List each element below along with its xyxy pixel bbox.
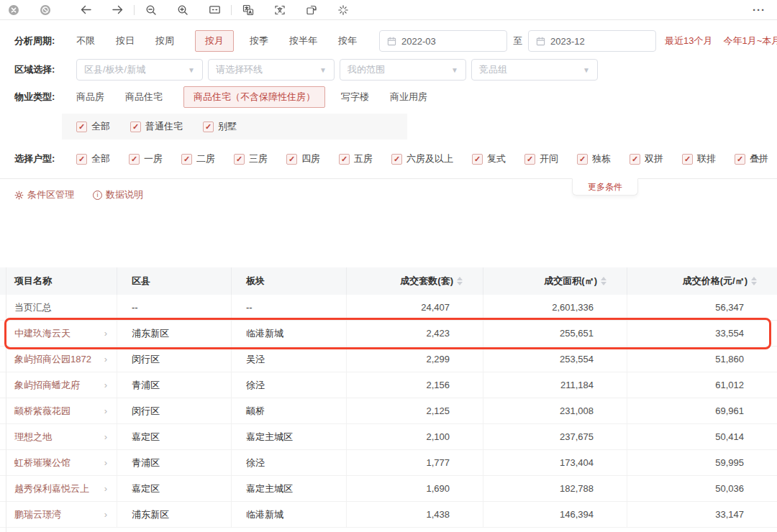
- sort-icon[interactable]: [457, 277, 463, 285]
- unit-checkbox-duplex[interactable]: ✓复式: [472, 152, 506, 165]
- unit-checkbox-3br[interactable]: ✓三房: [234, 152, 268, 165]
- period-option-halfyear[interactable]: 按半年: [289, 35, 317, 47]
- col-header-project-name: 项目名称: [0, 267, 117, 295]
- date-from-input[interactable]: 2022-03: [379, 30, 507, 52]
- area-translate-icon[interactable]: [273, 4, 286, 17]
- chevron-right-icon[interactable]: ›: [104, 483, 107, 494]
- subtype-checkbox-villa[interactable]: ✓ 别墅: [203, 120, 237, 133]
- chevron-right-icon[interactable]: ›: [104, 405, 107, 416]
- project-name-link[interactable]: 象屿招商公园1872: [14, 353, 91, 366]
- checkbox-label: 二房: [196, 152, 215, 165]
- info-icon: i: [93, 191, 102, 200]
- area-cell: 2,601,336: [483, 295, 627, 320]
- rotate-icon[interactable]: [305, 4, 318, 17]
- subtype-checkbox-all[interactable]: ✓ 全部: [76, 120, 110, 133]
- ring-road-dropdown[interactable]: 请选择环线 ▼: [208, 59, 335, 81]
- quick-link-jan-to-now[interactable]: 今年1月~本月: [723, 35, 777, 47]
- chevron-right-icon[interactable]: ›: [104, 509, 107, 520]
- project-name-link[interactable]: 中建玖海云天: [14, 327, 71, 340]
- forward-icon[interactable]: [111, 4, 124, 17]
- project-name-link[interactable]: 虹桥璀璨公馆: [14, 457, 71, 469]
- period-option-weekly[interactable]: 按周: [155, 35, 174, 47]
- chevron-right-icon[interactable]: ›: [104, 380, 107, 390]
- project-name-link[interactable]: 鹏瑞云璟湾: [14, 508, 61, 521]
- filter-panel: 分析周期: 不限 按日 按周 按月 按季 按半年 按年 2022-03 至 20…: [0, 20, 777, 211]
- ptype-option-commercial-housing[interactable]: 商品房: [76, 91, 104, 104]
- period-option-daily[interactable]: 按日: [116, 35, 135, 47]
- units-cell: 2,100: [347, 424, 483, 449]
- condition-area-manage-link[interactable]: 条件区管理: [14, 188, 74, 201]
- unit-checkbox-detached[interactable]: ✓独栋: [577, 152, 611, 165]
- sort-icon[interactable]: [601, 277, 606, 285]
- area-cell: 182,788: [483, 476, 627, 501]
- period-option-unlimited[interactable]: 不限: [76, 35, 95, 47]
- price-cell: 69,961: [627, 398, 777, 423]
- checked-checkbox-icon: ✓: [472, 154, 483, 165]
- chevron-down-icon: ▼: [583, 66, 590, 74]
- project-name-link[interactable]: 理想之地: [14, 431, 52, 444]
- unit-checkbox-6br-plus[interactable]: ✓六房及以上: [391, 152, 453, 165]
- ptype-option-commercial-use[interactable]: 商业用房: [390, 91, 427, 104]
- date-to-input[interactable]: 2023-12: [528, 30, 656, 52]
- project-name-link[interactable]: 颛桥紫薇花园: [14, 405, 71, 418]
- my-scope-dropdown[interactable]: 我的范围 ▼: [340, 59, 466, 81]
- col-header-area-sold[interactable]: 成交面积(㎡): [483, 267, 627, 295]
- chevron-right-icon[interactable]: ›: [104, 457, 107, 468]
- unit-checkbox-1br[interactable]: ✓一房: [129, 152, 163, 165]
- more-conditions-tab[interactable]: 更多条件: [572, 178, 638, 196]
- forbidden-circle-icon[interactable]: [39, 4, 52, 17]
- ptype-option-commercial-residential[interactable]: 商品住宅: [125, 91, 163, 104]
- unit-checkbox-4br[interactable]: ✓四房: [286, 152, 320, 165]
- aspect-ratio-icon[interactable]: [208, 4, 221, 17]
- area-cell: 173,404: [483, 450, 627, 475]
- units-cell: 2,156: [347, 372, 483, 398]
- unit-checkbox-stacked[interactable]: ✓叠拼: [735, 152, 768, 165]
- magic-wand-icon[interactable]: [337, 4, 350, 17]
- table-header-row: 项目名称 区县 板块 成交套数(套) 成交面积(㎡) 成交价格(元/㎡): [0, 267, 777, 295]
- unit-checkbox-2br[interactable]: ✓二房: [181, 152, 215, 165]
- toolbar-zoom-group: [145, 4, 221, 17]
- price-cell: 33,147: [627, 502, 777, 527]
- unit-checkbox-studio[interactable]: ✓开间: [524, 152, 558, 165]
- more-options-icon[interactable]: ···: [753, 4, 770, 16]
- translate-icon[interactable]: [242, 4, 255, 17]
- table-row: 虹桥璀璨公馆 › 青浦区 徐泾 1,777 173,404 59,995: [0, 450, 777, 476]
- col-header-district: 区县: [117, 267, 232, 295]
- zoom-out-icon[interactable]: [145, 4, 158, 17]
- ptype-option-office[interactable]: 写字楼: [341, 91, 369, 104]
- district-board-dropdown[interactable]: 区县/板块/新城 ▼: [76, 59, 203, 81]
- subtype-checkbox-ordinary-residence[interactable]: ✓ 普通住宅: [130, 120, 183, 133]
- unit-checkbox-5br[interactable]: ✓五房: [339, 152, 373, 165]
- app-window: ··· 分析周期: 不限 按日 按周 按月 按季 按半年 按年 2022-03 …: [0, 0, 777, 532]
- competitor-group-dropdown[interactable]: 竞品组 ▼: [471, 59, 598, 81]
- col-header-units-sold[interactable]: 成交套数(套): [347, 267, 483, 295]
- col-header-price[interactable]: 成交价格(元/㎡): [627, 267, 777, 295]
- sort-icon[interactable]: [751, 277, 757, 285]
- quick-link-last-13-months[interactable]: 最近13个月: [665, 35, 712, 47]
- unit-checkbox-townhouse[interactable]: ✓联排: [682, 152, 716, 165]
- data-description-link[interactable]: i 数据说明: [93, 188, 143, 201]
- back-icon[interactable]: [79, 4, 92, 17]
- area-cell: 237,675: [483, 424, 627, 449]
- project-name-link[interactable]: 越秀保利嘉悦云上: [14, 482, 89, 495]
- unit-checkbox-all[interactable]: ✓全部: [76, 152, 110, 165]
- region-filter-row: 区域选择: 区县/板块/新城 ▼ 请选择环线 ▼ 我的范围 ▼ 竞品组 ▼: [0, 59, 777, 81]
- units-cell: 1,690: [347, 476, 483, 501]
- period-option-yearly[interactable]: 按年: [338, 35, 357, 47]
- chevron-right-icon[interactable]: ›: [104, 431, 107, 442]
- project-name-link[interactable]: 象屿招商蟠龙府: [14, 379, 80, 392]
- close-circle-icon[interactable]: [7, 4, 20, 17]
- zoom-in-icon[interactable]: [176, 4, 189, 17]
- ptype-option-residential-excl-affordable-selected[interactable]: 商品住宅（不含保障性住房）: [183, 86, 325, 108]
- period-option-monthly-selected[interactable]: 按月: [195, 30, 234, 52]
- board-cell: 颛桥: [232, 398, 347, 423]
- checkbox-label: 五房: [354, 152, 373, 165]
- chevron-right-icon[interactable]: ›: [104, 354, 107, 364]
- board-cell: --: [232, 295, 347, 320]
- unit-checkbox-semi-detached[interactable]: ✓双拼: [630, 152, 663, 165]
- checked-checkbox-icon: ✓: [339, 154, 350, 165]
- table-row: 象屿招商公园1872 › 闵行区 吴泾 2,299 253,554 51,860: [0, 347, 777, 372]
- district-cell: 闵行区: [117, 398, 232, 423]
- period-option-quarterly[interactable]: 按季: [250, 35, 268, 47]
- chevron-right-icon[interactable]: ›: [104, 328, 107, 339]
